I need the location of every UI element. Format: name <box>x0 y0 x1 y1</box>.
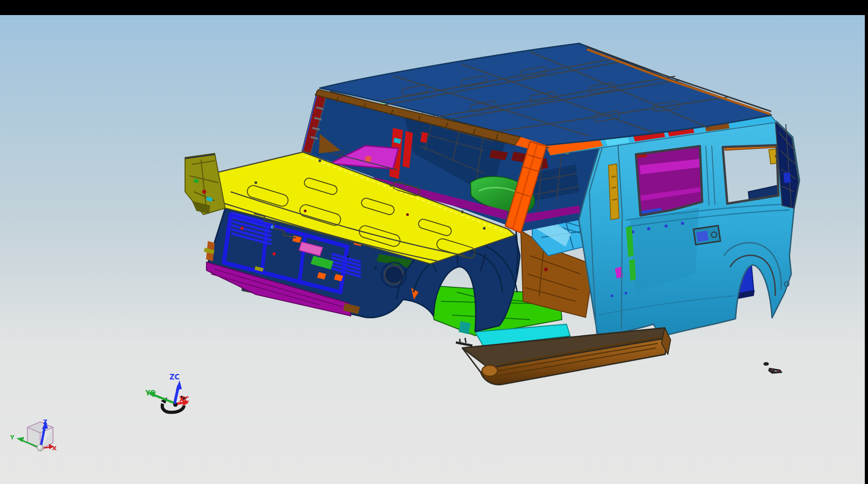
datum-origin-sphere[interactable] <box>37 445 43 451</box>
datum-y-label: Y <box>10 434 15 441</box>
loose-part-red2 <box>778 370 779 372</box>
datum-z-label: Z <box>43 418 47 425</box>
clip-red-dot1 <box>241 227 244 230</box>
hood-red-dot1 <box>304 210 307 212</box>
top-letterbox-bar <box>0 0 868 15</box>
loose-part-small[interactable] <box>763 362 769 366</box>
wcs-z-label: ZC <box>169 373 180 381</box>
bpillar-gold-strip[interactable] <box>609 164 619 220</box>
fender-round-hole <box>385 266 403 284</box>
fender-bolt2 <box>374 266 377 269</box>
cad-viewport[interactable]: ZC YC XC Z Y X <box>0 0 868 484</box>
loose-part-mark <box>774 371 777 371</box>
fender-rail-red-dot <box>202 190 206 194</box>
loose-part-red1 <box>771 369 773 370</box>
clip-red-dot2 <box>273 253 276 256</box>
wcs-y-label: YC <box>145 389 155 397</box>
dpillar-blue-clip <box>783 172 791 183</box>
ip-red-grommet <box>365 156 371 162</box>
sill-bracket-teal[interactable] <box>459 321 471 334</box>
hood-red-dot2 <box>406 213 409 216</box>
door-handle-recess[interactable] <box>693 226 720 245</box>
graphics-window[interactable]: ZC YC XC Z Y X <box>0 0 868 484</box>
floor-red-detail <box>544 268 548 271</box>
datum-x-label: X <box>52 445 57 452</box>
right-letterbox-bar <box>865 0 868 484</box>
wcs-x-label: XC <box>179 395 189 404</box>
fender-bolt1 <box>347 255 349 258</box>
running-board-knob <box>482 365 498 376</box>
